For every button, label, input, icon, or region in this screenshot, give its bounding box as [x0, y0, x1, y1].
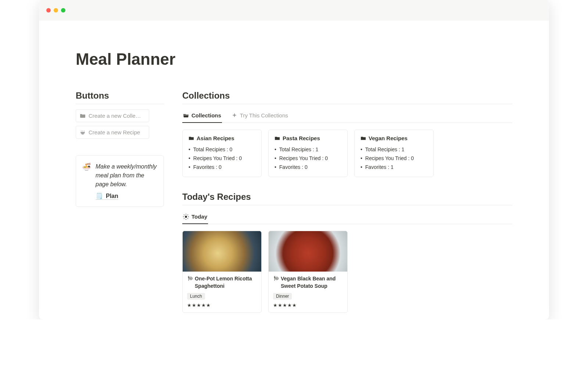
page-content: Meal Planner Buttons Create a new Colle… — [39, 21, 549, 313]
button-label: Create a new Colle… — [89, 113, 141, 119]
bowl-icon — [80, 130, 86, 135]
recipe-title: One-Pot Lemon Ricotta Spaghettoni — [187, 275, 257, 290]
stat-total: Total Recipies : 1 — [275, 145, 341, 154]
tab-label: Try This Collections — [240, 112, 288, 118]
page-title: Meal Planner — [76, 50, 512, 68]
buttons-list: Create a new Colle… Create a new Recipe — [76, 109, 164, 139]
recipe-body: One-Pot Lemon Ricotta Spaghettoni Lunch … — [183, 272, 261, 312]
card-title: Vegan Recipes — [361, 135, 427, 141]
stat-total: Total Recipies : 0 — [189, 145, 255, 154]
tab-label: Collections — [191, 112, 221, 118]
today-heading: Today's Recipes — [182, 192, 512, 205]
recipe-image — [183, 231, 261, 272]
ramen-icon: 🍜 — [82, 162, 91, 200]
card-title-text: Vegan Recipes — [369, 135, 408, 141]
folder-icon — [275, 135, 280, 141]
folder-icon — [361, 135, 366, 141]
folder-open-icon — [183, 113, 189, 118]
folder-icon — [80, 113, 86, 119]
recipe-card-spaghettoni[interactable]: One-Pot Lemon Ricotta Spaghettoni Lunch … — [182, 231, 262, 313]
today-tabs: Today — [182, 210, 512, 224]
meal-tag: Dinner — [273, 293, 292, 300]
tab-collections[interactable]: Collections — [182, 109, 222, 123]
svg-point-4 — [276, 278, 277, 279]
collection-card-vegan[interactable]: Vegan Recipes Total Recipies : 1 Recipes… — [354, 130, 434, 177]
star-rating: ★★★★★ — [187, 302, 257, 308]
card-title: Asian Recipes — [189, 135, 255, 141]
recipe-title-text: Vegan Black Bean and Sweet Potato Soup — [281, 275, 343, 290]
titlebar — [39, 0, 549, 21]
columns: Buttons Create a new Colle… Create a new… — [76, 91, 512, 313]
tab-label: Today — [191, 213, 207, 220]
fork-plate-icon — [273, 276, 279, 290]
recipe-body: Vegan Black Bean and Sweet Potato Soup D… — [269, 272, 347, 312]
button-label: Create a new Recipe — [89, 129, 140, 135]
stat-tried: Recipes You Tried : 0 — [189, 154, 255, 163]
recipe-title: Vegan Black Bean and Sweet Potato Soup — [273, 275, 343, 290]
plan-link[interactable]: 🗒️ Plan — [96, 192, 118, 200]
collections-tabs: Collections Try This Collections — [182, 109, 512, 123]
plan-callout: 🍜 Make a weekly/monthly meal plan from t… — [76, 155, 164, 207]
fork-plate-icon — [187, 276, 193, 290]
notepad-icon: 🗒️ — [96, 192, 103, 199]
collections-cards: Asian Recipes Total Recipies : 0 Recipes… — [182, 130, 512, 177]
maximize-window-button[interactable] — [61, 8, 65, 13]
folder-icon — [189, 135, 194, 141]
minimize-window-button[interactable] — [54, 8, 58, 13]
card-stats: Total Recipies : 1 Recipes You Tried : 0… — [361, 145, 427, 171]
window-controls — [46, 8, 65, 13]
recipe-image — [269, 231, 347, 272]
star-rating: ★★★★★ — [273, 302, 343, 308]
plan-link-label: Plan — [106, 193, 118, 199]
card-title-text: Pasta Recipes — [283, 135, 320, 141]
svg-point-0 — [185, 216, 187, 218]
collection-card-pasta[interactable]: Pasta Recipes Total Recipies : 1 Recipes… — [268, 130, 348, 177]
callout-body: Make a weekly/monthly meal plan from the… — [96, 162, 157, 200]
sun-icon — [183, 214, 189, 220]
recipe-title-text: One-Pot Lemon Ricotta Spaghettoni — [195, 275, 257, 290]
tab-try-collections[interactable]: Try This Collections — [231, 109, 289, 123]
buttons-heading: Buttons — [76, 91, 164, 104]
stat-favorites: Favorites : 0 — [189, 163, 255, 171]
collection-card-asian[interactable]: Asian Recipes Total Recipies : 0 Recipes… — [182, 130, 262, 177]
close-window-button[interactable] — [46, 8, 51, 13]
stat-tried: Recipes You Tried : 0 — [361, 154, 427, 163]
card-title: Pasta Recipes — [275, 135, 341, 141]
create-recipe-button[interactable]: Create a new Recipe — [76, 126, 149, 139]
card-stats: Total Recipies : 1 Recipes You Tried : 0… — [275, 145, 341, 171]
app-window: Meal Planner Buttons Create a new Colle… — [39, 0, 549, 319]
meal-tag: Lunch — [187, 293, 205, 300]
right-column: Collections Collections Try This Collect… — [182, 91, 512, 313]
stat-favorites: Favorites : 1 — [361, 163, 427, 171]
tab-today[interactable]: Today — [182, 210, 208, 224]
svg-point-2 — [190, 278, 191, 279]
sparkle-icon — [232, 113, 237, 118]
callout-text: Make a weekly/monthly meal plan from the… — [96, 162, 157, 189]
stat-total: Total Recipies : 1 — [361, 145, 427, 154]
card-title-text: Asian Recipes — [197, 135, 234, 141]
recipe-card-soup[interactable]: Vegan Black Bean and Sweet Potato Soup D… — [268, 231, 348, 313]
recipes-row: One-Pot Lemon Ricotta Spaghettoni Lunch … — [182, 231, 512, 313]
stat-favorites: Favorites : 0 — [275, 163, 341, 171]
create-collection-button[interactable]: Create a new Colle… — [76, 109, 149, 122]
stat-tried: Recipes You Tried : 0 — [275, 154, 341, 163]
left-column: Buttons Create a new Colle… Create a new… — [76, 91, 164, 207]
card-stats: Total Recipies : 0 Recipes You Tried : 0… — [189, 145, 255, 171]
collections-heading: Collections — [182, 91, 512, 104]
